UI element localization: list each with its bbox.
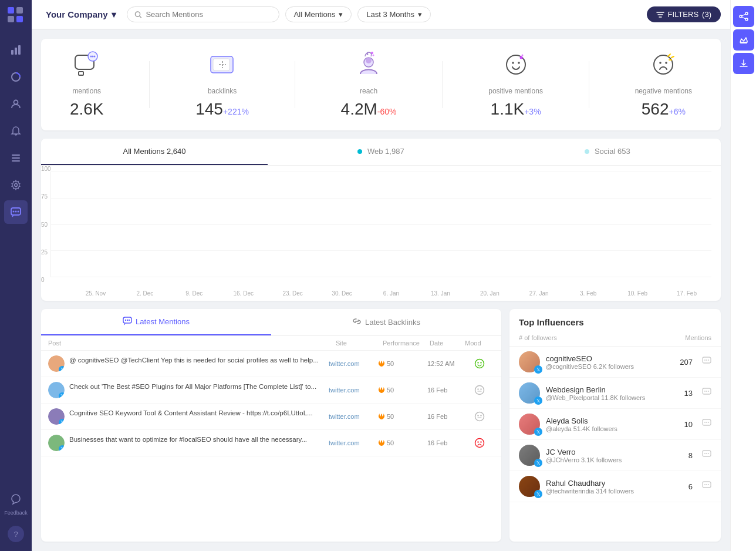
x-axis-label: 16. Dec [219, 290, 268, 297]
backlinks-label: backlinks [208, 87, 237, 95]
svg-point-63 [708, 391, 709, 392]
sidebar-item-bar-chart[interactable] [4, 38, 28, 62]
search-box [127, 6, 279, 22]
tab-web[interactable]: Web 1,987 [268, 139, 494, 165]
influencer-row[interactable]: 𝕏 Webdesign Berlin @Web_Pixelportal 11.8… [509, 378, 721, 409]
table-row[interactable]: 𝕏 Cognitive SEO Keyword Tool & Content A… [41, 404, 501, 430]
col-perf: Performance [383, 340, 430, 347]
influencer-row[interactable]: 𝕏 Aleyda Solis @aleyda 51.4K followers 1… [509, 409, 721, 440]
mood-icon [474, 358, 485, 369]
tab-social[interactable]: Social 653 [494, 139, 721, 165]
twitter-badge: 𝕏 [534, 428, 542, 436]
twitter-badge: 𝕏 [59, 419, 65, 425]
filters-button[interactable]: FILTERS (3) [647, 6, 721, 22]
chart-tabs: All Mentions 2,640 Web 1,987 Social 653 [41, 139, 721, 166]
table-row[interactable]: 𝕏 Businesses that want to optimize for #… [41, 430, 501, 456]
influencer-message-icon[interactable] [702, 481, 711, 492]
sidebar-item-user[interactable] [4, 92, 28, 116]
crown-button[interactable] [733, 29, 754, 51]
svg-point-33 [518, 62, 520, 64]
col-mood: Mood [465, 340, 494, 347]
all-mentions-filter[interactable]: All Mentions ▾ [285, 6, 352, 22]
x-axis-label: 6. Jan [367, 290, 416, 297]
share-button[interactable] [733, 6, 754, 27]
help-button[interactable]: ? [8, 526, 24, 542]
feedback-button[interactable]: Feedback [4, 488, 28, 516]
search-input[interactable] [146, 10, 271, 19]
avatar: 𝕏 [48, 382, 65, 398]
web-dot [357, 149, 362, 154]
influencer-message-icon[interactable] [702, 387, 711, 399]
table-row[interactable]: 𝕏 @ cognitiveSEO @TechClient Yep this is… [41, 351, 501, 377]
tab-latest-backlinks[interactable]: Latest Backlinks [271, 309, 501, 335]
positive-label: positive mentions [488, 87, 543, 95]
svg-point-12 [15, 184, 18, 187]
sidebar-item-list[interactable] [4, 146, 28, 170]
influencer-count: 10 [684, 420, 693, 429]
influencer-message-icon[interactable] [702, 418, 711, 430]
svg-point-75 [708, 484, 709, 485]
post-cell: 𝕏 Check out 'The Best #SEO Plugins for A… [48, 382, 326, 398]
tab-latest-mentions[interactable]: Latest Mentions [41, 309, 271, 335]
mentions-value: 2.6K [70, 100, 104, 119]
mood-cell [465, 438, 494, 448]
svg-point-8 [14, 100, 18, 105]
svg-point-70 [706, 453, 707, 454]
svg-rect-4 [11, 50, 14, 55]
performance-cell: 50 [378, 387, 425, 394]
influencer-row[interactable]: 𝕏 cognitiveSEO @cognitiveSEO 6.2K follow… [509, 347, 721, 378]
col-site: Site [336, 340, 383, 347]
influencer-row[interactable]: 𝕏 JC Verro @JChVerro 3.1K followers 8 [509, 440, 721, 471]
svg-point-36 [523, 58, 524, 59]
company-name: Your Company [46, 9, 108, 19]
col-mentions: Mentions [685, 334, 711, 341]
mood-icon [474, 438, 485, 448]
svg-point-39 [666, 62, 668, 64]
all-mentions-label: All Mentions [294, 10, 336, 19]
date-range-filter[interactable]: Last 3 Months ▾ [357, 6, 431, 22]
influencer-count: 8 [689, 451, 693, 460]
svg-point-45 [477, 362, 478, 363]
table-row[interactable]: 𝕏 Check out 'The Best #SEO Plugins for A… [41, 377, 501, 404]
svg-point-29 [371, 52, 373, 54]
x-axis-label: 23. Dec [268, 290, 318, 297]
date-cell: 12:52 AM [427, 360, 463, 367]
backlinks-value: 145+221% [195, 100, 249, 119]
x-axis-label: 20. Jan [465, 290, 514, 297]
svg-point-30 [373, 55, 374, 56]
svg-point-54 [477, 441, 478, 442]
mood-icon [474, 385, 485, 395]
sidebar-item-bell[interactable] [4, 119, 28, 143]
svg-point-22 [92, 56, 93, 58]
flame-icon [378, 360, 385, 367]
svg-point-69 [704, 453, 706, 454]
svg-point-16 [18, 211, 19, 213]
influencer-message-icon[interactable] [702, 356, 711, 368]
x-axis-label: 25. Nov [71, 290, 120, 297]
reach-label: reach [360, 87, 377, 95]
company-selector[interactable]: Your Company ▾ [41, 7, 121, 22]
svg-point-44 [475, 360, 484, 368]
date-cell: 16 Feb [427, 413, 463, 420]
site-cell: twitter.com [329, 439, 376, 446]
svg-rect-2 [8, 16, 14, 22]
svg-rect-6 [18, 45, 21, 55]
sidebar-item-mentions[interactable] [4, 200, 28, 224]
x-axis-label: 17. Feb [662, 290, 711, 297]
twitter-badge: 𝕏 [534, 397, 542, 405]
svg-rect-0 [8, 7, 14, 14]
download-button[interactable] [733, 53, 754, 74]
negative-value: 562+6% [642, 100, 686, 119]
search-icon [134, 11, 142, 19]
svg-point-38 [660, 62, 662, 64]
twitter-badge: 𝕏 [534, 459, 542, 467]
sidebar-item-settings[interactable] [4, 173, 28, 197]
influencer-avatar: 𝕏 [519, 414, 540, 435]
influencer-info: JC Verro @JChVerro 3.1K followers [546, 448, 683, 463]
sidebar-item-circle-chart[interactable] [4, 65, 28, 89]
svg-rect-1 [16, 7, 23, 14]
influencer-row[interactable]: 𝕏 Rahul Chaudhary @techwriterindia 314 f… [509, 471, 721, 502]
tab-all-mentions[interactable]: All Mentions 2,640 [41, 139, 268, 165]
influencer-message-icon[interactable] [702, 449, 711, 461]
latest-mentions-icon [123, 316, 132, 327]
